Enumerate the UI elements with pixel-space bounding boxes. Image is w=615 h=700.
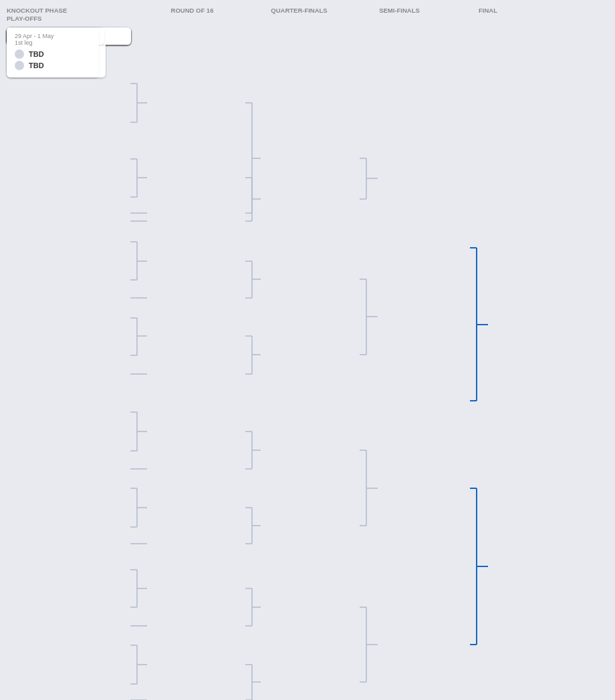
header-final: FINAL <box>448 7 528 23</box>
header-qf: QUARTER-FINALS <box>247 7 351 23</box>
header-sf: SEMI-FINALS <box>351 7 448 23</box>
sf-bottom2: 29 Apr - 1 May1st leg TBD TBD <box>7 27 99 77</box>
header-ko: KNOCKOUT PHASEPLAY-OFFS <box>7 7 137 23</box>
header-r16: ROUND OF 16 <box>137 7 247 23</box>
